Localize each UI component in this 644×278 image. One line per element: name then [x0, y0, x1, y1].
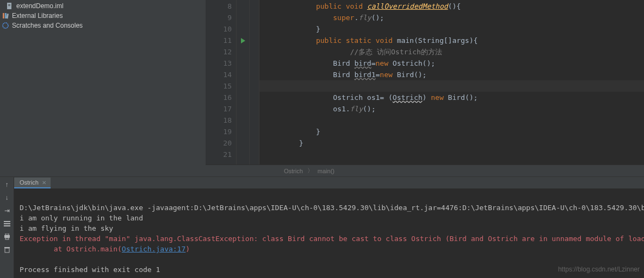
svg-rect-13: [5, 248, 9, 252]
close-icon[interactable]: ✕: [42, 180, 46, 186]
tree-item-label: Scratches and Consoles: [12, 22, 83, 29]
console-error: Exception in thread "main" java.lang.Cla…: [20, 235, 644, 243]
tab-label: Ostrich: [20, 179, 39, 186]
stacktrace-link[interactable]: Ostrich.java:17: [122, 245, 185, 253]
breadcrumb-class[interactable]: Ostrich: [284, 168, 303, 174]
svg-rect-14: [4, 247, 10, 248]
console-line: i am flying in the sky: [20, 224, 113, 232]
svg-rect-10: [4, 235, 10, 238]
print-icon[interactable]: [2, 231, 13, 242]
svg-point-6: [3, 23, 8, 28]
trash-icon[interactable]: [2, 244, 13, 255]
console-error-at: at Ostrich.main(: [20, 245, 122, 253]
run-tool-window: ↑ ↓ ⇥ Ostrich ✕ D:\JetBrains\jdk\bin\jav…: [0, 177, 644, 278]
scratch-icon: [1, 21, 10, 30]
console-output[interactable]: D:\JetBrains\jdk\bin\java.exe -javaagent…: [14, 189, 644, 278]
soft-wrap-icon[interactable]: ⇥: [2, 205, 13, 216]
file-icon: [5, 2, 14, 10]
breadcrumb: Ostrich 〉 main(): [206, 165, 644, 176]
stack-icon[interactable]: [2, 218, 13, 229]
run-tab-ostrich[interactable]: Ostrich ✕: [14, 178, 51, 188]
project-sidebar: extendDemo.iml External Libraries Scratc…: [0, 0, 206, 176]
tree-item-label: extendDemo.iml: [16, 2, 64, 10]
run-icon[interactable]: [241, 38, 245, 43]
fold-gutter: [250, 0, 259, 165]
svg-rect-1: [8, 4, 10, 5]
library-icon: [1, 11, 10, 20]
svg-rect-11: [5, 233, 9, 235]
tree-item-label: External Libraries: [12, 12, 63, 20]
svg-rect-4: [5, 13, 7, 18]
run-tabs: Ostrich ✕: [14, 177, 644, 189]
console-error-post: ): [185, 245, 190, 253]
tree-item-iml[interactable]: extendDemo.iml: [0, 1, 206, 11]
console-line: i am only running in the land: [20, 214, 143, 222]
scroll-down-icon[interactable]: ↓: [2, 192, 13, 203]
editor: 89101112131415161718192021 public void c…: [206, 0, 644, 176]
tree-item-scratches[interactable]: Scratches and Consoles: [0, 21, 206, 30]
run-actions: ↑ ↓ ⇥: [0, 177, 14, 278]
run-gutter: [237, 0, 250, 165]
code-area[interactable]: public void callOverridedMethod(){ super…: [259, 0, 644, 165]
svg-rect-3: [3, 13, 4, 18]
console-cmd: D:\JetBrains\jdk\bin\java.exe -javaagent…: [20, 204, 644, 212]
scroll-up-icon[interactable]: ↑: [2, 179, 13, 190]
svg-rect-8: [4, 223, 10, 224]
watermark: https://blog.csdn.net/Lzinner: [558, 264, 640, 275]
chevron-right-icon: 〉: [307, 167, 313, 175]
console-exit: Process finished with exit code 1: [20, 266, 160, 274]
gutter: 89101112131415161718192021: [206, 0, 237, 165]
breadcrumb-method[interactable]: main(): [318, 168, 335, 174]
svg-rect-9: [4, 225, 10, 226]
svg-rect-7: [4, 221, 10, 222]
svg-rect-2: [8, 5, 10, 6]
tree-item-external-libs[interactable]: External Libraries: [0, 11, 206, 21]
svg-rect-5: [6, 14, 9, 18]
svg-rect-12: [5, 238, 9, 239]
